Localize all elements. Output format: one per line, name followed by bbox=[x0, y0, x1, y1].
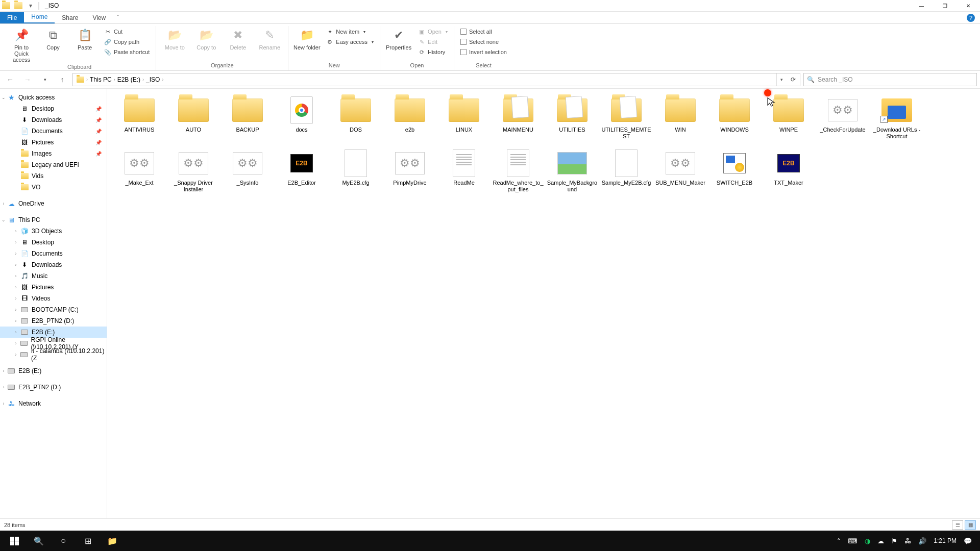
new-folder-button[interactable]: 📁New folder bbox=[292, 26, 321, 51]
tree-desktop[interactable]: 🖥Desktop📌 bbox=[0, 103, 107, 114]
tab-home[interactable]: Home bbox=[24, 11, 55, 23]
rename-button[interactable]: ✎Rename bbox=[255, 26, 284, 51]
tray-network-icon[interactable]: 🖧 bbox=[904, 537, 911, 545]
file-item[interactable]: BACKUP bbox=[220, 96, 275, 140]
file-item[interactable]: WINPE bbox=[762, 96, 816, 140]
select-none-button[interactable]: Select none bbox=[458, 37, 509, 46]
properties-button[interactable]: ✔Properties bbox=[384, 26, 413, 51]
file-item[interactable]: ⚙⚙_Snappy Driver Installer bbox=[166, 149, 220, 193]
tree-documents[interactable]: 📄Documents📌 bbox=[0, 126, 107, 137]
history-button[interactable]: ⟳History bbox=[416, 47, 450, 57]
task-view-button[interactable]: ⊞ bbox=[76, 531, 100, 551]
file-item[interactable]: ANTIVIRUS bbox=[112, 96, 166, 140]
file-item[interactable]: ↗_Download URLs - Shortcut bbox=[870, 96, 924, 140]
qat-folder-icon[interactable] bbox=[0, 0, 12, 11]
cut-button[interactable]: ✂Cut bbox=[102, 27, 152, 36]
help-icon[interactable]: ? bbox=[967, 14, 975, 22]
tree-downloads[interactable]: ⬇Downloads📌 bbox=[0, 114, 107, 126]
details-view-button[interactable]: ☰ bbox=[952, 520, 963, 530]
ribbon-toggle-icon[interactable]: ˆ bbox=[113, 15, 123, 20]
search-box[interactable]: 🔍 Search _ISO bbox=[803, 73, 977, 86]
tree-vo[interactable]: VO bbox=[0, 182, 107, 193]
tray-onedrive-icon[interactable]: ☁ bbox=[877, 537, 884, 545]
crumb-this-pc[interactable]: This PC› bbox=[90, 76, 115, 83]
taskbar-search-button[interactable]: 🔍 bbox=[27, 531, 51, 551]
tray-volume-icon[interactable]: 🔊 bbox=[918, 537, 926, 545]
file-item[interactable]: docs bbox=[275, 96, 329, 140]
minimize-button[interactable]: — bbox=[910, 0, 933, 11]
qat-props-icon[interactable] bbox=[12, 0, 24, 11]
recent-locations-button[interactable]: ▾ bbox=[38, 73, 52, 86]
tree-3d-objects[interactable]: ›🧊3D Objects bbox=[0, 226, 107, 237]
tree-images[interactable]: Images📌 bbox=[0, 148, 107, 159]
move-to-button[interactable]: 📂Move to bbox=[160, 26, 189, 51]
file-item[interactable]: AUTO bbox=[166, 96, 220, 140]
tree-videos[interactable]: ›🎞Videos bbox=[0, 293, 107, 304]
start-button[interactable] bbox=[2, 531, 27, 551]
tray-keyboard-icon[interactable]: ⌨ bbox=[848, 537, 857, 545]
tree-calamba[interactable]: ›it - calamba (\\10.10.2.201) (Z bbox=[0, 349, 107, 360]
taskbar-explorer[interactable]: 📁 bbox=[100, 531, 125, 551]
file-item[interactable]: ⚙⚙_CheckForUpdate bbox=[816, 96, 870, 140]
file-item[interactable]: UTILITIES bbox=[545, 96, 599, 140]
tree-quick-access[interactable]: ⌄★Quick access bbox=[0, 92, 107, 103]
file-item[interactable]: ReadMe bbox=[437, 149, 491, 193]
tree-documents2[interactable]: ›📄Documents bbox=[0, 248, 107, 259]
paste-button[interactable]: 📋 Paste bbox=[70, 26, 99, 51]
file-item[interactable]: ReadMe_where_to_put_files bbox=[491, 149, 545, 193]
crumb-drive[interactable]: E2B (E:)› bbox=[117, 76, 144, 83]
maximize-button[interactable]: ❐ bbox=[933, 0, 957, 11]
system-tray[interactable]: ˄ ⌨ ◑ ☁ ⚑ 🖧 🔊 1:21 PM 💬 bbox=[837, 537, 978, 545]
tree-legacy[interactable]: Legacy and UEFI bbox=[0, 159, 107, 170]
refresh-button[interactable]: ⟳ bbox=[788, 73, 799, 86]
tray-app-icon[interactable]: ◑ bbox=[865, 537, 870, 545]
address-dropdown-icon[interactable]: ▾ bbox=[776, 73, 787, 86]
up-button[interactable]: ↑ bbox=[55, 73, 69, 86]
tray-notifications-icon[interactable]: 💬 bbox=[964, 537, 972, 545]
file-item[interactable]: MAINMENU bbox=[491, 96, 545, 140]
tree-desktop2[interactable]: ›🖥Desktop bbox=[0, 237, 107, 248]
tree-vids[interactable]: Vids bbox=[0, 170, 107, 182]
copy-button[interactable]: ⧉ Copy bbox=[39, 26, 67, 51]
qat-dropdown[interactable]: ▾ bbox=[24, 0, 37, 11]
tray-security-icon[interactable]: ⚑ bbox=[891, 537, 897, 545]
tree-onedrive[interactable]: ›☁OneDrive bbox=[0, 198, 107, 209]
tree-e2bptn2[interactable]: ›E2B_PTN2 (D:) bbox=[0, 315, 107, 327]
file-item[interactable]: DOS bbox=[329, 96, 383, 140]
tray-clock[interactable]: 1:21 PM bbox=[934, 537, 957, 544]
file-item[interactable]: E2BTXT_Maker bbox=[762, 149, 816, 193]
tree-pictures[interactable]: 🖼Pictures📌 bbox=[0, 137, 107, 148]
delete-button[interactable]: ✖Delete bbox=[224, 26, 252, 51]
close-button[interactable]: ✕ bbox=[957, 0, 980, 11]
new-item-button[interactable]: ✦New item▾ bbox=[324, 27, 376, 36]
crumb-folder[interactable]: _ISO› bbox=[146, 76, 163, 83]
file-item[interactable]: Sample_MyBackground bbox=[545, 149, 599, 193]
file-item[interactable]: WIN bbox=[653, 96, 707, 140]
address-bar[interactable]: › This PC› E2B (E:)› _ISO› ▾ ⟳ bbox=[72, 73, 800, 86]
file-item[interactable]: e2b bbox=[383, 96, 437, 140]
file-item[interactable]: Sample_MyE2B.cfg bbox=[599, 149, 653, 193]
file-item[interactable]: UTILITIES_MEMTEST bbox=[599, 96, 653, 140]
tree-this-pc[interactable]: ⌄🖥This PC bbox=[0, 214, 107, 226]
copy-path-button[interactable]: 🔗Copy path bbox=[102, 37, 152, 46]
cortana-button[interactable]: ○ bbox=[51, 531, 76, 551]
file-item[interactable]: ⚙⚙PimpMyDrive bbox=[383, 149, 437, 193]
tree-e2b-loose[interactable]: ›E2B (E:) bbox=[0, 365, 107, 377]
pin-to-quick-access-button[interactable]: 📌 Pin to Quick access bbox=[7, 26, 36, 63]
tab-file[interactable]: File bbox=[0, 12, 24, 23]
file-item[interactable]: ⚙⚙_SysInfo bbox=[220, 149, 275, 193]
tab-view[interactable]: View bbox=[85, 12, 113, 23]
invert-selection-button[interactable]: Invert selection bbox=[458, 47, 509, 57]
file-item[interactable]: ⚙⚙_Make_Ext bbox=[112, 149, 166, 193]
select-all-button[interactable]: Select all bbox=[458, 27, 509, 36]
tab-share[interactable]: Share bbox=[55, 12, 85, 23]
file-item[interactable]: WINDOWS bbox=[707, 96, 762, 140]
file-item[interactable]: MyE2B.cfg bbox=[329, 149, 383, 193]
tree-downloads2[interactable]: ›⬇Downloads bbox=[0, 259, 107, 270]
file-item[interactable]: E2BE2B_Editor bbox=[275, 149, 329, 193]
easy-access-button[interactable]: ⚙Easy access▾ bbox=[324, 37, 376, 46]
paste-shortcut-button[interactable]: 📎Paste shortcut bbox=[102, 47, 152, 57]
large-icons-view-button[interactable]: ▦ bbox=[965, 520, 976, 530]
tree-e2bptn2-loose[interactable]: ›E2B_PTN2 (D:) bbox=[0, 382, 107, 393]
back-button[interactable]: ← bbox=[3, 73, 17, 86]
